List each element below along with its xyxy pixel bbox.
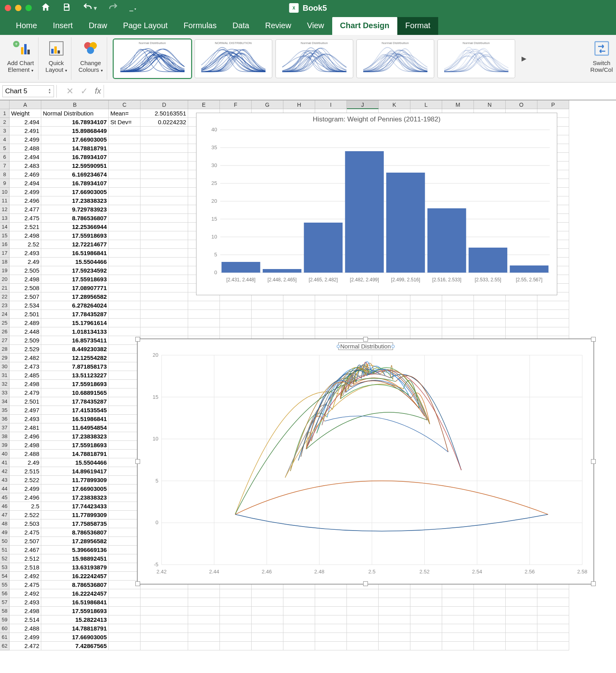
resize-handle[interactable] (591, 581, 596, 586)
quick-access-toolbar: ▾ ⎯▾ (40, 2, 137, 14)
customize-qat-icon[interactable]: ⎯▾ (129, 4, 137, 12)
window-title-bar: ▾ ⎯▾ X Book5 (0, 0, 616, 16)
col-header-B[interactable]: B (41, 100, 109, 109)
undo-dropdown-icon[interactable]: ▾ (94, 4, 97, 12)
col-header-K[interactable]: K (379, 100, 410, 109)
quick-layout-button[interactable]: Quick Layout ▾ (46, 39, 67, 73)
chart-style-3[interactable]: Normal Distribution (275, 39, 353, 78)
chart-style-4[interactable]: Normal Distribution (356, 39, 434, 78)
col-header-L[interactable]: L (410, 100, 442, 109)
col-header-M[interactable]: M (442, 100, 474, 109)
resize-handle[interactable] (591, 459, 596, 464)
svg-rect-2 (21, 47, 23, 54)
redo-icon[interactable] (108, 2, 118, 14)
excel-app-icon: X (289, 3, 298, 13)
tab-review[interactable]: Review (257, 17, 299, 35)
tab-data[interactable]: Data (225, 17, 257, 35)
home-icon[interactable] (40, 2, 51, 14)
namebox-down-icon[interactable]: ▼ (48, 91, 51, 94)
svg-rect-7 (54, 46, 57, 54)
col-header-J[interactable]: J (347, 100, 379, 109)
normal-distribution-chart[interactable]: Normal Distribution (137, 339, 594, 584)
ribbon-tabs: HomeInsertDrawPage LayoutFormulasDataRev… (0, 16, 616, 35)
tab-insert[interactable]: Insert (45, 17, 81, 35)
resize-handle[interactable] (363, 337, 368, 342)
tab-page-layout[interactable]: Page Layout (115, 17, 175, 35)
tab-view[interactable]: View (299, 17, 332, 35)
name-box[interactable]: Chart 5 ▲▼ (2, 85, 54, 97)
svg-rect-3 (24, 44, 27, 54)
tab-draw[interactable]: Draw (81, 17, 115, 35)
close-window-icon[interactable] (5, 5, 11, 11)
resize-handle[interactable] (135, 337, 140, 342)
col-header-H[interactable]: H (283, 100, 315, 109)
svg-rect-4 (27, 50, 30, 54)
col-header-A[interactable]: A (10, 100, 41, 109)
svg-point-11 (87, 47, 94, 54)
svg-rect-12 (595, 42, 608, 55)
chart-style-1[interactable]: Normal Distribution (114, 39, 191, 78)
fx-icon[interactable]: fx (95, 87, 101, 96)
chart-style-2[interactable]: NORMAL DISTRIBUTION (194, 39, 272, 78)
tab-chart-design[interactable]: Chart Design (332, 17, 397, 35)
histogram-chart[interactable]: Histogram: Weight of Pennies (2011-1982) (196, 113, 557, 295)
maximize-window-icon[interactable] (25, 5, 32, 11)
undo-icon[interactable] (83, 2, 93, 14)
save-icon[interactable] (62, 2, 71, 13)
col-header-O[interactable]: O (506, 100, 537, 109)
svg-text:+: + (15, 41, 17, 47)
cancel-icon[interactable]: ✕ (66, 86, 73, 96)
col-header-I[interactable]: I (315, 100, 347, 109)
tab-format[interactable]: Format (397, 17, 438, 35)
add-chart-element-button[interactable]: + Add Chart Element ▾ (7, 39, 34, 73)
col-header-D[interactable]: D (141, 100, 188, 109)
chart-style-5[interactable]: Normal Distribution (437, 39, 515, 78)
window-controls (5, 5, 32, 11)
resize-handle[interactable] (135, 581, 140, 586)
col-header-F[interactable]: F (220, 100, 252, 109)
tab-home[interactable]: Home (8, 17, 45, 35)
chart-styles-gallery: Normal Distribution NORMAL DISTRIBUTION … (110, 37, 583, 80)
enter-icon[interactable]: ✓ (81, 86, 88, 96)
resize-handle[interactable] (135, 459, 140, 464)
formula-bar: Chart 5 ▲▼ ✕ ✓ fx (0, 83, 616, 100)
resize-handle[interactable] (591, 337, 596, 342)
switch-row-col-button[interactable]: Switch Row/Col (590, 39, 613, 73)
chart-styles-next-icon[interactable]: ▶ (518, 53, 529, 64)
svg-rect-6 (51, 49, 54, 54)
document-title: Book5 (302, 4, 327, 13)
minimize-window-icon[interactable] (15, 5, 21, 11)
chart-title-selected[interactable]: Normal Distribution (338, 342, 393, 350)
col-header-N[interactable]: N (474, 100, 506, 109)
tab-formulas[interactable]: Formulas (175, 17, 224, 35)
col-header-P[interactable]: P (537, 100, 569, 109)
col-header-G[interactable]: G (252, 100, 283, 109)
formula-input[interactable] (106, 85, 616, 97)
svg-rect-8 (58, 50, 60, 54)
resize-handle[interactable] (363, 581, 368, 586)
col-header-C[interactable]: C (109, 100, 141, 109)
ribbon-chart-design: + Add Chart Element ▾ Quick Layout (0, 35, 616, 83)
change-colours-button[interactable]: Change Colours ▾ (79, 39, 103, 73)
col-header-E[interactable]: E (188, 100, 220, 109)
